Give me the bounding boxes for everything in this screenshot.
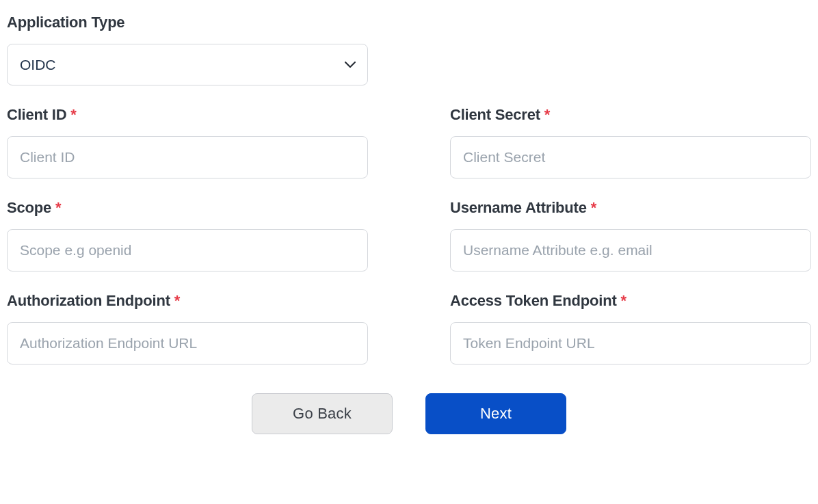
- form-group-authorization-endpoint: Authorization Endpoint *: [7, 292, 368, 364]
- client-secret-label-text: Client Secret: [450, 106, 540, 123]
- client-id-label: Client ID *: [7, 106, 368, 124]
- client-id-label-text: Client ID: [7, 106, 66, 123]
- authorization-endpoint-required: *: [174, 292, 180, 309]
- username-attribute-label-text: Username Attribute: [450, 199, 587, 216]
- form-group-client-id: Client ID *: [7, 106, 368, 178]
- form-group-application-type: Application Type OIDC: [7, 14, 368, 85]
- access-token-endpoint-input[interactable]: [450, 322, 811, 364]
- scope-label: Scope *: [7, 199, 368, 217]
- application-type-label: Application Type: [7, 14, 368, 31]
- username-attribute-label: Username Attribute *: [450, 199, 811, 217]
- form-group-username-attribute: Username Attribute *: [450, 199, 811, 271]
- application-type-select-wrapper: OIDC: [7, 44, 368, 85]
- form-row-client: Client ID * Client Secret *: [7, 106, 811, 178]
- access-token-endpoint-label: Access Token Endpoint *: [450, 292, 811, 310]
- authorization-endpoint-label: Authorization Endpoint *: [7, 292, 368, 310]
- scope-required: *: [55, 199, 61, 216]
- access-token-endpoint-label-text: Access Token Endpoint: [450, 292, 617, 309]
- client-secret-input[interactable]: [450, 136, 811, 178]
- client-secret-label: Client Secret *: [450, 106, 811, 124]
- button-row: Go Back Next: [7, 393, 811, 434]
- form-row-application-type: Application Type OIDC: [7, 14, 811, 85]
- authorization-endpoint-label-text: Authorization Endpoint: [7, 292, 170, 309]
- form-group-scope: Scope *: [7, 199, 368, 271]
- client-id-input[interactable]: [7, 136, 368, 178]
- scope-label-text: Scope: [7, 199, 51, 216]
- client-secret-required: *: [544, 106, 550, 123]
- access-token-endpoint-required: *: [620, 292, 626, 309]
- next-button[interactable]: Next: [425, 393, 566, 434]
- form-row-endpoints: Authorization Endpoint * Access Token En…: [7, 292, 811, 364]
- client-id-required: *: [70, 106, 76, 123]
- form-group-access-token-endpoint: Access Token Endpoint *: [450, 292, 811, 364]
- scope-input[interactable]: [7, 229, 368, 271]
- authorization-endpoint-input[interactable]: [7, 322, 368, 364]
- form-group-client-secret: Client Secret *: [450, 106, 811, 178]
- application-type-select[interactable]: OIDC: [7, 44, 368, 85]
- go-back-button[interactable]: Go Back: [252, 393, 393, 434]
- form-row-scope-username: Scope * Username Attribute *: [7, 199, 811, 271]
- username-attribute-required: *: [591, 199, 596, 216]
- username-attribute-input[interactable]: [450, 229, 811, 271]
- form-container: Application Type OIDC Client ID *: [7, 14, 811, 434]
